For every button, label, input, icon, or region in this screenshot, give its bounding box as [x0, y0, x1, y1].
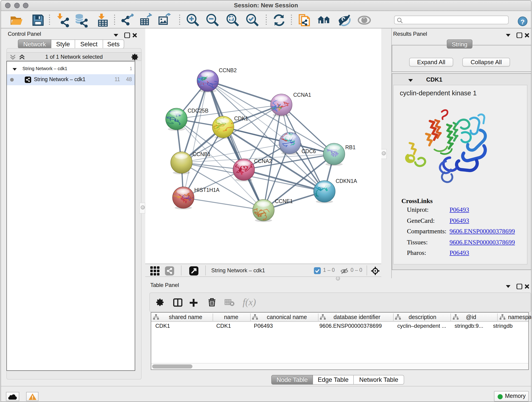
svg-text:CCNA1: CCNA1: [293, 92, 311, 98]
svg-text:HIST1H1A: HIST1H1A: [194, 187, 220, 193]
svg-text:CCNA2: CCNA2: [254, 158, 272, 164]
svg-text:CDKN1A: CDKN1A: [336, 178, 357, 184]
svg-text:CDK1: CDK1: [234, 115, 248, 121]
svg-text:RB1: RB1: [345, 144, 355, 150]
svg-text:CDC6: CDC6: [302, 148, 316, 154]
svg-text:CCNB2: CCNB2: [219, 67, 237, 73]
svg-text:CDC25B: CDC25B: [188, 108, 209, 114]
svg-text:CCNE1: CCNE1: [275, 198, 293, 204]
svg-text:CCNB1: CCNB1: [193, 151, 210, 157]
